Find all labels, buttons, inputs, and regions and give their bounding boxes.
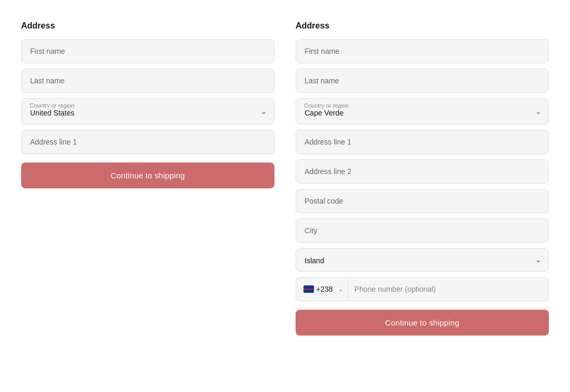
right-island-select[interactable]: Island Santiago São Vicente Sal Fogo [296,248,549,272]
right-phone-field: +238 ⌄ [296,277,549,301]
right-city-field [296,218,549,243]
left-address-form: Address Country or region United States … [21,16,274,346]
right-postal-code-field [296,189,549,213]
left-country-select-wrapper: Country or region United States Canada U… [21,98,274,125]
right-form-title: Address [296,21,549,31]
left-last-name-field [21,69,274,93]
right-first-name-field [296,39,549,63]
right-address-form: Address Country or region Cape Verde Uni… [296,16,549,346]
right-phone-code: +238 [316,285,333,293]
right-phone-country-selector[interactable]: +238 ⌄ [296,278,348,301]
right-phone-input[interactable] [348,278,548,301]
right-address1-input[interactable] [296,130,549,154]
left-continue-button[interactable]: Continue to shipping [21,162,274,188]
left-country-select[interactable]: United States Canada United Kingdom [21,98,274,125]
right-address2-field [296,159,549,184]
left-country-field: Country or region United States Canada U… [21,98,274,125]
left-address1-input[interactable] [21,130,274,154]
left-first-name-input[interactable] [21,39,274,63]
right-address2-input[interactable] [296,159,549,184]
right-country-field: Country or region Cape Verde United Stat… [296,98,549,125]
page-container: Address Country or region United States … [11,16,559,346]
right-last-name-input[interactable] [296,69,549,93]
left-form-title: Address [21,21,274,31]
right-continue-button[interactable]: Continue to shipping [296,310,549,336]
right-island-select-wrapper: Island Santiago São Vicente Sal Fogo ⌄ [296,248,549,272]
cape-verde-flag-icon [303,285,314,293]
left-last-name-input[interactable] [21,69,274,93]
right-phone-chevron-icon: ⌄ [338,286,343,292]
right-island-field: Island Santiago São Vicente Sal Fogo ⌄ [296,248,549,272]
right-first-name-input[interactable] [296,39,549,63]
right-address1-field [296,130,549,154]
right-country-select[interactable]: Cape Verde United States Canada [296,98,549,125]
right-postal-code-input[interactable] [296,189,549,213]
right-city-input[interactable] [296,218,549,243]
right-continue-field: Continue to shipping [296,307,549,336]
right-last-name-field [296,69,549,93]
left-first-name-field [21,39,274,63]
left-continue-field: Continue to shipping [21,159,274,188]
right-country-select-wrapper: Country or region Cape Verde United Stat… [296,98,549,125]
left-address1-field [21,130,274,154]
right-phone-wrapper: +238 ⌄ [296,277,549,301]
